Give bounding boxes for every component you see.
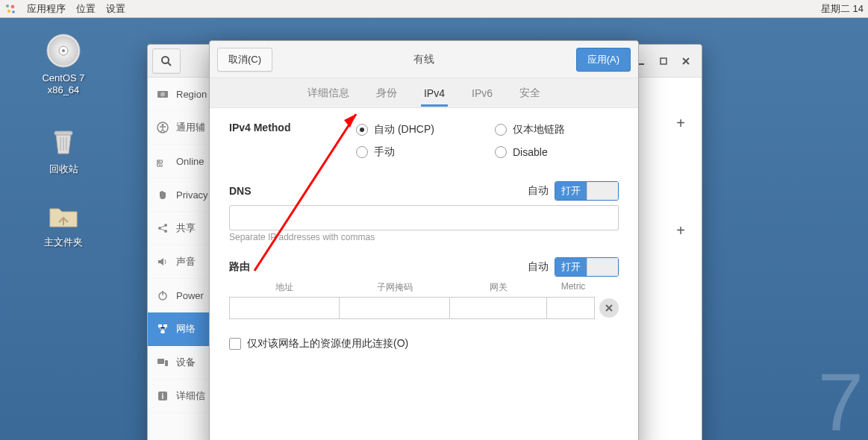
cloud-icon: ஐ [157, 155, 169, 167]
desktop-icon-label: 回收站 [34, 163, 93, 175]
svg-point-2 [7, 9, 10, 12]
route-delete-button[interactable] [599, 298, 619, 318]
svg-point-21 [162, 124, 164, 126]
routes-auto-switch[interactable]: 打开 [555, 257, 619, 277]
svg-point-3 [12, 10, 15, 13]
network-icon [157, 323, 169, 335]
route-address-input[interactable] [229, 297, 340, 319]
radio-disable[interactable]: Disable [495, 145, 619, 159]
radio-auto-dhcp[interactable]: 自动 (DHCP) [356, 123, 480, 136]
radio-link-local[interactable]: 仅本地链路 [495, 123, 619, 136]
svg-rect-8 [54, 131, 72, 135]
sidebar-item-sound[interactable]: 声音 [148, 245, 210, 279]
sidebar-item-online[interactable]: ஐOnline [148, 145, 210, 178]
trash-icon [34, 124, 93, 162]
menu-places[interactable]: 位置 [76, 2, 96, 16]
sidebar-item-power[interactable]: Power [148, 279, 210, 312]
sidebar-item-details[interactable]: i详细信 [148, 380, 210, 413]
radio-icon [356, 146, 368, 158]
svg-text:i: i [162, 392, 164, 400]
dns-auto-switch[interactable]: 打开 [555, 181, 619, 201]
delete-icon [605, 304, 613, 312]
checkbox-icon [229, 338, 241, 350]
sidebar-item-network[interactable]: 网络 [148, 312, 210, 346]
desktop-icon-home[interactable]: 主文件夹 [34, 197, 93, 248]
svg-point-25 [164, 230, 167, 233]
dialog-body: IPv4 Method 自动 (DHCP) 仅本地链路 手动 Disable D… [210, 108, 638, 364]
desktop-icon-label: CentOS 7x86_64 [34, 72, 93, 95]
svg-rect-33 [157, 359, 164, 364]
only-this-network-checkbox[interactable]: 仅对该网络上的资源使用此连接(O) [229, 337, 619, 351]
sidebar-item-devices[interactable]: 设备 [148, 346, 210, 380]
sound-icon [157, 256, 169, 268]
cd-icon [34, 33, 93, 71]
menu-applications[interactable]: 应用程序 [27, 2, 66, 16]
svg-line-26 [161, 226, 165, 227]
camera-icon [157, 88, 169, 100]
dns-label: DNS [229, 185, 252, 197]
add-connection-button[interactable]: + [672, 115, 690, 133]
desktop: CentOS 7x86_64 回收站 主文件夹 7 [0, 18, 868, 440]
tab-ipv4[interactable]: IPv4 [421, 81, 448, 106]
svg-text:ஐ: ஐ [157, 156, 163, 167]
sidebar-item-privacy[interactable]: Privacy [148, 178, 210, 212]
svg-point-24 [164, 224, 167, 227]
info-icon: i [157, 390, 169, 402]
radio-icon [356, 124, 368, 136]
maximize-button[interactable] [652, 50, 675, 72]
cancel-button[interactable]: 取消(C) [217, 48, 272, 72]
folder-home-icon [34, 197, 93, 235]
sidebar-item-universal[interactable]: 通用辅 [148, 111, 210, 145]
radio-icon [495, 124, 507, 136]
routes-label: 路由 [229, 260, 250, 274]
svg-point-7 [62, 49, 65, 52]
settings-sidebar: Region 通用辅 ஐOnline Privacy 共享 声音 Power 网… [148, 78, 210, 440]
close-button[interactable] [675, 50, 697, 72]
add-connection-button[interactable]: + [672, 222, 690, 240]
dialog-header: 取消(C) 有线 应用(A) [210, 41, 638, 78]
svg-line-27 [161, 229, 165, 230]
svg-rect-32 [161, 330, 165, 333]
dns-auto-label: 自动 [528, 184, 549, 198]
route-row [229, 297, 619, 319]
svg-line-13 [168, 63, 171, 66]
share-icon [157, 222, 169, 234]
activities-icon[interactable] [4, 3, 16, 15]
svg-rect-31 [163, 324, 167, 327]
svg-rect-15 [661, 58, 666, 64]
desktop-icon-cd[interactable]: CentOS 7x86_64 [34, 33, 93, 95]
desktop-icon-trash[interactable]: 回收站 [34, 124, 93, 175]
desktop-icon-label: 主文件夹 [34, 236, 93, 248]
search-button[interactable] [152, 48, 181, 74]
connection-dialog: 取消(C) 有线 应用(A) 详细信息 身份 IPv4 IPv6 安全 IPv4… [209, 40, 639, 440]
svg-rect-30 [158, 324, 162, 327]
dns-hint: Separate IP addresses with commas [229, 232, 619, 242]
tab-ipv6[interactable]: IPv6 [469, 81, 496, 106]
route-metric-input[interactable] [547, 297, 595, 319]
sidebar-item-region[interactable]: Region [148, 78, 210, 111]
devices-icon [157, 356, 169, 368]
tab-security[interactable]: 安全 [516, 80, 543, 107]
dialog-tabs: 详细信息 身份 IPv4 IPv6 安全 [210, 78, 638, 108]
svg-point-12 [162, 57, 169, 63]
apply-button[interactable]: 应用(A) [576, 48, 631, 72]
gnome-top-bar: 应用程序 位置 设置 星期二 14 [0, 0, 868, 18]
svg-point-0 [6, 4, 9, 7]
radio-icon [495, 146, 507, 158]
hand-icon [157, 189, 169, 201]
universal-access-icon [157, 122, 169, 133]
dns-input[interactable] [229, 205, 619, 230]
dialog-title: 有线 [272, 53, 576, 66]
sidebar-item-sharing[interactable]: 共享 [148, 212, 210, 245]
tab-identity[interactable]: 身份 [373, 80, 400, 107]
power-icon [157, 289, 169, 301]
route-netmask-input[interactable] [340, 297, 450, 319]
search-icon [160, 55, 172, 67]
route-gateway-input[interactable] [450, 297, 547, 319]
clock[interactable]: 星期二 14 [821, 2, 864, 16]
tab-details[interactable]: 详细信息 [305, 80, 352, 107]
routes-auto-label: 自动 [528, 260, 549, 274]
radio-manual[interactable]: 手动 [356, 145, 480, 159]
route-header-row: 地址 子网掩码 网关 Metric [229, 281, 619, 294]
menu-settings[interactable]: 设置 [106, 2, 125, 16]
